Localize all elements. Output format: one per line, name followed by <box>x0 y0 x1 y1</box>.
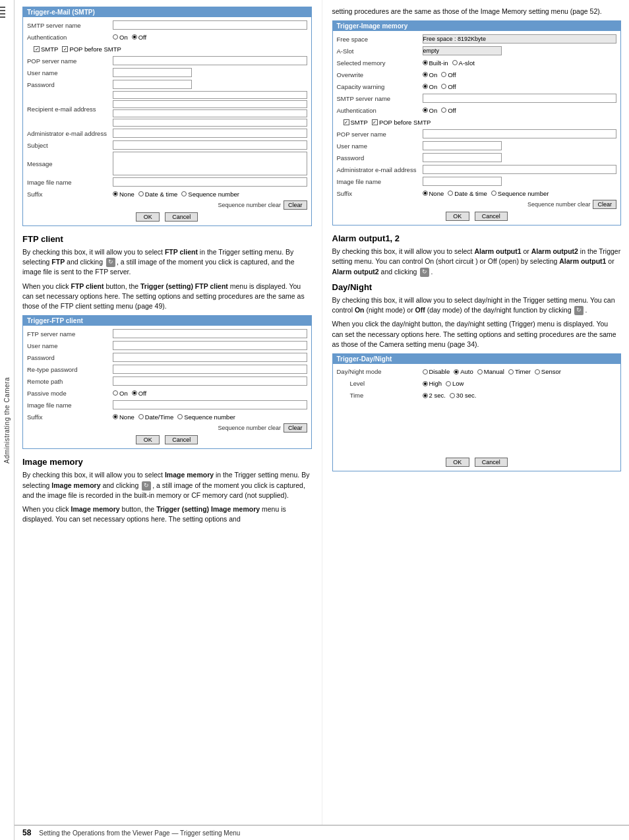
ftp-suffix-dt-dot <box>138 414 144 419</box>
ftp-icon-1 <box>106 258 115 267</box>
alarm-para-1: By checking this box, it will allow you … <box>332 247 622 277</box>
ftp-clear-button[interactable]: Clear <box>284 423 307 433</box>
im-smtp-cb-label: SMTP <box>351 119 368 126</box>
im-smtp-input[interactable] <box>423 94 617 103</box>
dn-2sec[interactable]: 2 sec. <box>423 392 446 399</box>
dn-timer[interactable]: Timer <box>508 368 531 375</box>
sel-mem-builtin[interactable]: Built-in <box>423 59 448 67</box>
a-slot-label: A-Slot <box>337 47 423 55</box>
suffix-none[interactable]: None <box>113 191 135 198</box>
smtp-cancel-button[interactable]: Cancel <box>165 212 198 222</box>
dn-auto[interactable]: Auto <box>454 368 473 375</box>
im-ok-button[interactable]: OK <box>446 212 469 221</box>
dn-manual[interactable]: Manual <box>477 368 504 375</box>
ftp-suffix-dt[interactable]: Date/Time <box>138 413 173 421</box>
dn-30sec[interactable]: 30 sec. <box>450 392 477 399</box>
img-file-input[interactable] <box>113 177 307 187</box>
admin-email-input[interactable] <box>113 129 307 138</box>
dn-sensor[interactable]: Sensor <box>535 368 561 375</box>
auth-off[interactable]: Off <box>132 34 147 41</box>
auth-on[interactable]: On <box>113 34 128 41</box>
smtp-btn-row: OK Cancel <box>27 212 307 222</box>
dn-disable[interactable]: Disable <box>423 368 450 375</box>
im-pass-input[interactable] <box>423 153 502 162</box>
sel-mem-builtin-label: Built-in <box>429 59 448 67</box>
suffix-dt-dot <box>138 191 144 196</box>
dn-time-label: Time <box>337 392 423 399</box>
ftp-imgfile-input[interactable] <box>113 400 307 409</box>
ftp-suffix-seq[interactable]: Sequence number <box>177 413 235 421</box>
pop-server-input[interactable] <box>113 56 307 65</box>
suffix-label: Suffix <box>27 191 113 198</box>
suffix-seq[interactable]: Sequence number <box>181 191 239 198</box>
ftp-retype-input[interactable] <box>113 365 307 374</box>
dn-sensor-label: Sensor <box>541 368 561 375</box>
dn-level-low[interactable]: Low <box>446 380 464 387</box>
suffix-datetime[interactable]: Date & time <box>138 191 178 198</box>
recipient-input-1[interactable] <box>113 91 307 99</box>
suffix-radios: None Date & time Sequence number <box>113 191 239 198</box>
im-suffix-none[interactable]: None <box>423 190 444 197</box>
smtp-server-input[interactable] <box>113 20 307 30</box>
suffix-row: Suffix None Date & time <box>27 189 307 199</box>
free-space-row: Free space <box>337 34 617 44</box>
im-cancel-button[interactable]: Cancel <box>475 212 508 221</box>
ftp-passive-off[interactable]: Off <box>132 390 147 397</box>
im-pass-row: Password <box>337 152 617 163</box>
overwrite-on-dot <box>423 72 428 77</box>
dn-ok-button[interactable]: OK <box>446 458 469 467</box>
password-label: Password <box>27 81 113 88</box>
password-input[interactable] <box>113 80 192 89</box>
ftp-suffix-none[interactable]: None <box>113 413 135 421</box>
user-name-input[interactable] <box>113 68 192 77</box>
dn-timer-label: Timer <box>515 368 531 375</box>
ftp-ok-button[interactable]: OK <box>136 435 160 444</box>
im-checkboxes: SMTP POP before SMTP <box>344 119 431 126</box>
im-suffix-dt-label: Date & time <box>454 190 487 197</box>
ftp-server-input[interactable] <box>113 329 307 338</box>
smtp-ok-button[interactable]: OK <box>136 212 160 222</box>
dn-level-high[interactable]: High <box>423 380 442 387</box>
pop-smtp-checkbox[interactable]: POP before SMTP <box>62 45 121 53</box>
overwrite-on[interactable]: On <box>423 71 438 78</box>
im-auth-off[interactable]: Off <box>441 107 456 114</box>
im-pop-smtp-cb[interactable]: POP before SMTP <box>372 119 431 126</box>
overwrite-row: Overwrite On Off <box>337 69 617 80</box>
ftp-suffix-seq-dot <box>177 414 183 419</box>
smtp-server-row: SMTP server name <box>27 20 307 30</box>
im-imgfile-row: Image file name <box>337 176 617 187</box>
overwrite-on-label: On <box>429 71 438 78</box>
ftp-passive-on[interactable]: On <box>113 390 128 397</box>
im-suffix-dt[interactable]: Date & time <box>448 190 487 197</box>
recipient-input-4[interactable] <box>113 119 307 127</box>
im-pop-input[interactable] <box>423 129 617 138</box>
ftp-imgfile-row: Image file name <box>27 400 307 410</box>
daynight-para-2: When you click the day/night button, the… <box>332 319 622 349</box>
smtp-checkbox[interactable]: SMTP <box>34 45 58 53</box>
dn-cancel-button[interactable]: Cancel <box>475 458 508 467</box>
recipient-input-3[interactable] <box>113 109 307 117</box>
ftp-para-1: By checking this box, it will allow you … <box>22 247 312 278</box>
im-suffix-seq[interactable]: Sequence number <box>491 190 549 197</box>
ftp-cancel-button[interactable]: Cancel <box>165 435 198 444</box>
im-smtp-cb[interactable]: SMTP <box>344 119 368 126</box>
ftp-remote-input[interactable] <box>113 376 307 386</box>
im-admin-input[interactable] <box>423 165 617 174</box>
message-textarea[interactable] <box>113 152 307 175</box>
im-auth-on[interactable]: On <box>423 107 438 114</box>
ftp-user-input[interactable] <box>113 341 307 350</box>
subject-row: Subject <box>27 140 307 150</box>
sel-mem-aslot[interactable]: A-slot <box>452 59 475 67</box>
ftp-pass-input[interactable] <box>113 353 307 362</box>
user-name-row: User name <box>27 67 307 78</box>
cap-warn-off[interactable]: Off <box>441 83 456 90</box>
im-imgfile-input[interactable] <box>423 177 502 186</box>
overwrite-off[interactable]: Off <box>441 71 456 78</box>
cap-warn-on[interactable]: On <box>423 83 438 90</box>
ftp-server-label: FTP server name <box>27 330 113 338</box>
recipient-input-2[interactable] <box>113 100 307 108</box>
im-user-input[interactable] <box>423 141 502 150</box>
subject-input[interactable] <box>113 140 307 150</box>
smtp-clear-button[interactable]: Clear <box>284 200 307 210</box>
im-clear-button[interactable]: Clear <box>593 200 616 209</box>
